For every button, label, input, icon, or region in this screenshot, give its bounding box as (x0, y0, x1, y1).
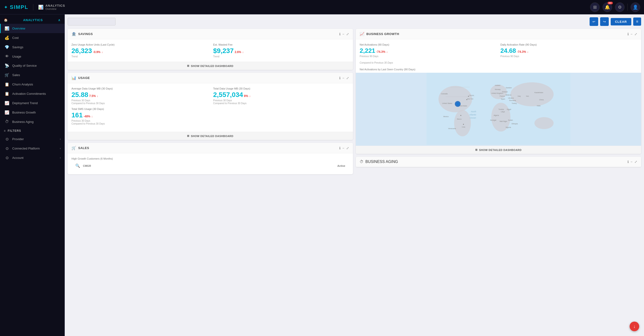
sales-minus-icon[interactable]: − (342, 146, 344, 150)
total-sms-number: 161 (72, 111, 83, 119)
business-aging-card: ⏱ BUSINESS AGING ℹ − ⤢ (356, 157, 641, 167)
avg-data-number: 25.88 (72, 91, 88, 99)
svg-text:Kazakhstan: Kazakhstan (534, 92, 543, 93)
sidebar-analytics-icon: 🏠 (4, 18, 8, 22)
savings-expand-icon[interactable]: ⤢ (346, 32, 349, 36)
usage-dashboard-icon: ⊞ (187, 134, 190, 138)
business-growth-actions: ℹ − ⤢ (628, 32, 637, 36)
sidebar-item-label-overview: Overview (12, 27, 25, 30)
provider-arrow-icon: › (60, 138, 61, 140)
sales-col-cmgr: CMGR (83, 164, 91, 167)
usage-info-icon[interactable]: ℹ (339, 76, 340, 80)
daily-activation-stat: Daily Activation Rate (90 Days) 24.68 -7… (500, 43, 637, 58)
sidebar-item-churn-analysis[interactable]: 📋 Churn Analysis (0, 80, 64, 89)
right-column: 📈 BUSINESS GROWTH ℹ − ⤢ Net Activations … (356, 29, 641, 174)
business-aging-expand-icon[interactable]: ⤢ (634, 160, 637, 164)
savings-card: 🏦 SAVINGS ℹ − ⤢ Zero Usage Active Units … (68, 29, 353, 70)
sidebar-item-deployment-trend[interactable]: 📈 Deployment Trend (0, 98, 64, 108)
dashboard-grid: 🏦 SAVINGS ℹ − ⤢ Zero Usage Active Units … (68, 29, 641, 174)
total-data-number: 2,557,034 (213, 91, 243, 99)
undo-button[interactable]: ↩ (590, 17, 598, 26)
scroll-down-icon: ↓ (634, 324, 636, 329)
svg-text:Senegal: Senegal (490, 119, 496, 121)
sidebar-item-usage[interactable]: 👁 Usage (0, 52, 64, 61)
settings-button[interactable]: ⚙ (615, 3, 624, 12)
sidebar-item-savings[interactable]: 💎 Savings (0, 43, 64, 52)
account-arrow-icon: › (60, 156, 61, 159)
sidebar-collapse-icon[interactable]: ∧ (58, 18, 61, 22)
bg-dashboard-label: SHOW DETAILED DASHBOARD (479, 149, 522, 151)
sales-expand-icon[interactable]: ⤢ (346, 146, 349, 150)
svg-point-48 (463, 124, 464, 125)
scroll-down-button[interactable]: ↓ (630, 321, 639, 331)
date-range-input[interactable] (68, 18, 116, 26)
business-growth-nav-icon: 📈 (4, 110, 9, 115)
svg-text:Iceland: Iceland (495, 85, 500, 86)
sidebar-item-business-growth[interactable]: 📈 Business Growth (0, 108, 64, 117)
zero-usage-trend: -0.9% (93, 50, 100, 54)
business-growth-expand-icon[interactable]: ⤢ (634, 32, 637, 36)
usage-card-title: USAGE (78, 76, 90, 80)
savings-info-icon[interactable]: ℹ (339, 32, 340, 36)
sidebar-item-account[interactable]: ⊙ Account › (0, 153, 64, 162)
sidebar-item-provider[interactable]: ⊙ Provider › (0, 134, 64, 144)
business-aging-info-icon[interactable]: ℹ (628, 160, 629, 164)
sidebar-item-quality-of-service[interactable]: 📡 Quality of Service (0, 61, 64, 70)
sales-info-icon[interactable]: ℹ (339, 146, 340, 150)
sidebar-item-business-aging[interactable]: ⏱ Business Aging (0, 117, 64, 126)
usage-expand-icon[interactable]: ⤢ (346, 76, 349, 80)
savings-icon: 💎 (4, 45, 9, 50)
business-growth-card: 📈 BUSINESS GROWTH ℹ − ⤢ Net Activations … (356, 29, 641, 154)
filters-icon: ≡ (4, 129, 6, 133)
clear-button[interactable]: CLEAR (611, 18, 631, 26)
usage-card-header: 📊 USAGE ℹ − ⤢ (68, 73, 353, 83)
nav-divider (628, 4, 628, 11)
est-wasted-trend-sub: Trend (213, 55, 349, 58)
business-growth-info-icon[interactable]: ℹ (628, 32, 629, 36)
net-activations-trend: -74.3% (376, 50, 385, 54)
avg-data-compared: Compared to Previous 30 Days (72, 102, 208, 105)
apps-button[interactable]: ⊞ (590, 3, 600, 12)
redo-button[interactable]: ↪ (600, 17, 609, 26)
total-data-trend: 8% (244, 94, 248, 98)
business-growth-minus-icon[interactable]: − (630, 32, 632, 36)
net-activations-arrow: ↓ (386, 50, 388, 54)
svg-text:India: India (537, 105, 540, 107)
usage-card-actions: ℹ − ⤢ (339, 76, 349, 80)
sales-search-icon[interactable]: 🔍 (75, 163, 80, 168)
sales-card-title: SALES (78, 146, 89, 150)
est-wasted-trend: 2.6% (235, 50, 241, 54)
sidebar-item-activation-commitments[interactable]: 📋 Activation Commitments (0, 89, 64, 98)
sidebar-item-connected-platform[interactable]: ⊙ Connected Platform › (0, 144, 64, 153)
sidebar-item-cost[interactable]: 💰 Cost (0, 33, 64, 43)
svg-text:Sudan: Sudan (508, 119, 513, 121)
usage-show-dashboard-button[interactable]: ⊞ SHOW DETAILED DASHBOARD (68, 132, 353, 140)
svg-text:Iraq: Iraq (518, 95, 520, 97)
profile-button[interactable]: 👤 (630, 3, 640, 12)
usage-minus-icon[interactable]: − (342, 76, 344, 80)
sales-columns-row: 🔍 CMGR Active (72, 161, 349, 170)
savings-minus-icon[interactable]: − (342, 32, 344, 36)
business-aging-minus-icon[interactable]: − (630, 160, 632, 164)
svg-text:Algeria: Algeria (494, 115, 499, 116)
est-wasted-value: $9,237 2.6% ↓ (213, 47, 349, 55)
menu-button[interactable]: ≡ (633, 18, 641, 26)
sidebar-item-sales[interactable]: 🛒 Sales (0, 70, 64, 80)
business-growth-show-dashboard-button[interactable]: ⊞ SHOW DETAILED DASHBOARD (356, 146, 641, 154)
top-navigation: ✦ SIMPL 📊 ANALYTICS Overview ⊞ 🔔 99+ ⚙ 👤 (0, 0, 644, 15)
analytics-chart-icon: 📊 (38, 5, 44, 10)
sidebar: 🏠 ANALYTICS ∧ 📊 Overview 💰 Cost 💎 Saving… (0, 15, 65, 336)
zero-usage-arrow: ↓ (102, 50, 103, 54)
sales-card-header: 🛒 SALES ℹ − ⤢ (68, 143, 353, 153)
svg-text:Toronto: Toronto (469, 95, 474, 96)
sidebar-item-overview[interactable]: 📊 Overview (0, 24, 64, 33)
filters-label: FILTERS (8, 129, 21, 133)
svg-text:Tunisia: Tunisia (498, 109, 504, 110)
savings-show-dashboard-button[interactable]: ⊞ SHOW DETAILED DASHBOARD (68, 62, 353, 70)
notifications-button[interactable]: 🔔 99+ (602, 3, 612, 12)
svg-text:Egypt: Egypt (507, 109, 511, 110)
savings-card-title: SAVINGS (78, 32, 93, 36)
usage-stats-row-top: Average Data Usage MB (30 Days) 25.88 7.… (72, 87, 349, 108)
sidebar-filters-section: ≡ FILTERS (0, 126, 64, 134)
notifications-badge: 99+ (608, 2, 613, 4)
